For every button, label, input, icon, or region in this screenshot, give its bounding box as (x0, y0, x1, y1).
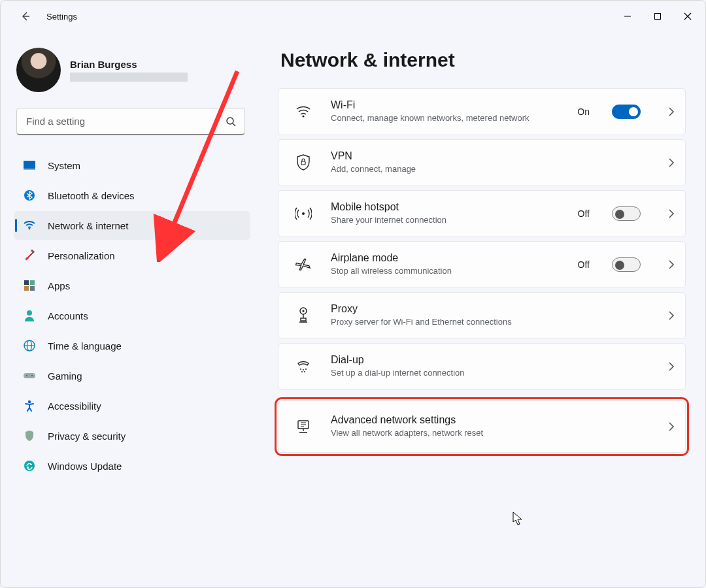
sidebar-item-time-language[interactable]: Time & language (14, 331, 250, 360)
profile[interactable]: Brian Burgess (16, 48, 250, 92)
card-title: Mobile hotspot (331, 201, 557, 213)
airplane-toggle[interactable] (612, 257, 641, 272)
sidebar-item-label: Personalization (48, 250, 115, 261)
globe-clock-icon (23, 340, 36, 351)
svg-point-11 (27, 310, 32, 316)
svg-rect-9 (24, 286, 29, 291)
svg-rect-3 (24, 169, 35, 170)
card-sub: Share your internet connection (331, 214, 557, 226)
svg-rect-10 (30, 286, 35, 291)
window-title: Settings (46, 12, 77, 22)
svg-rect-14 (24, 373, 35, 378)
nav: System Bluetooth & devices Network & int… (12, 151, 250, 480)
sidebar-item-label: System (48, 160, 80, 171)
card-sub: View all network adapters, network reset (331, 427, 647, 439)
card-proxy[interactable]: Proxy Proxy server for Wi-Fi and Etherne… (278, 292, 686, 339)
sidebar-item-windows-update[interactable]: Windows Update (14, 451, 250, 480)
proxy-icon (292, 307, 315, 324)
minimize-button[interactable] (613, 3, 643, 29)
card-advanced-network[interactable]: Advanced network settings View all netwo… (278, 400, 686, 453)
sidebar-item-label: Apps (48, 280, 70, 291)
svg-point-26 (303, 369, 304, 370)
search-input[interactable] (16, 108, 245, 135)
person-icon (23, 310, 36, 321)
close-button[interactable] (673, 3, 703, 29)
profile-name: Brian Burgess (70, 59, 188, 70)
svg-rect-2 (24, 161, 35, 169)
sidebar-item-label: Privacy & security (48, 431, 126, 442)
maximize-icon (654, 12, 662, 20)
chevron-right-icon (668, 310, 675, 321)
card-sub: Proxy server for Wi-Fi and Ethernet conn… (331, 316, 647, 328)
svg-point-16 (31, 375, 33, 376)
sidebar-item-label: Accounts (48, 310, 88, 321)
profile-sub-redacted (70, 73, 188, 82)
card-sub: Stop all wireless communication (331, 265, 557, 277)
sidebar: Brian Burgess System Bluetooth & devices (1, 32, 262, 587)
sidebar-item-label: Gaming (48, 370, 82, 382)
svg-point-28 (301, 371, 303, 372)
sidebar-item-privacy-security[interactable]: Privacy & security (14, 421, 250, 450)
svg-point-27 (305, 368, 307, 370)
hotspot-toggle[interactable] (612, 206, 641, 221)
hotspot-state-label: Off (578, 208, 590, 219)
svg-point-17 (28, 400, 31, 403)
settings-window: Settings Brian Burgess (0, 0, 706, 588)
sidebar-item-gaming[interactable]: Gaming (14, 361, 250, 390)
svg-point-25 (300, 368, 301, 370)
sidebar-item-label: Accessibility (48, 400, 101, 412)
apps-icon (23, 280, 36, 291)
page-title: Network & internet (280, 49, 686, 71)
card-sub: Connect, manage known networks, metered … (331, 112, 556, 124)
sidebar-item-personalization[interactable]: Personalization (14, 241, 250, 270)
sidebar-item-apps[interactable]: Apps (14, 271, 250, 300)
adapter-icon (292, 419, 315, 434)
window-controls (613, 3, 703, 29)
card-airplane-mode[interactable]: Airplane mode Stop all wireless communic… (278, 241, 686, 288)
svg-rect-20 (301, 161, 305, 165)
update-icon (23, 460, 36, 472)
wifi-icon (292, 105, 315, 118)
sidebar-item-accounts[interactable]: Accounts (14, 301, 250, 330)
minimize-icon (624, 12, 631, 20)
airplane-state-label: Off (578, 259, 590, 270)
back-button[interactable] (12, 3, 39, 29)
sidebar-item-label: Bluetooth & devices (48, 190, 135, 201)
wifi-state-label: On (577, 106, 590, 117)
svg-point-19 (302, 115, 304, 117)
sidebar-item-label: Windows Update (48, 461, 122, 472)
cursor-icon (513, 512, 524, 526)
system-icon (23, 161, 36, 170)
search-wrap (16, 108, 245, 135)
shield-icon (23, 430, 36, 442)
sidebar-item-accessibility[interactable]: Accessibility (14, 391, 250, 420)
main: Network & internet Wi-Fi Connect, manage… (262, 32, 705, 587)
card-mobile-hotspot[interactable]: Mobile hotspot Share your internet conne… (278, 190, 686, 237)
svg-rect-7 (24, 280, 29, 285)
airplane-icon (292, 257, 315, 272)
close-icon (684, 12, 692, 20)
card-title: Airplane mode (331, 252, 557, 264)
sidebar-item-bluetooth[interactable]: Bluetooth & devices (14, 181, 250, 210)
card-wifi[interactable]: Wi-Fi Connect, manage known networks, me… (278, 88, 686, 135)
svg-point-15 (26, 375, 27, 376)
wifi-toggle[interactable] (612, 105, 641, 119)
content: Brian Burgess System Bluetooth & devices (1, 32, 705, 587)
sidebar-item-label: Network & internet (48, 220, 128, 231)
sidebar-item-network[interactable]: Network & internet (14, 211, 250, 240)
wifi-icon (23, 221, 36, 230)
card-dial-up[interactable]: Dial-up Set up a dial-up internet connec… (278, 343, 686, 390)
card-title: Wi-Fi (331, 99, 556, 111)
brush-icon (23, 250, 36, 261)
sidebar-item-system[interactable]: System (14, 151, 250, 180)
svg-rect-24 (301, 318, 306, 321)
card-title: VPN (331, 150, 647, 162)
card-vpn[interactable]: VPN Add, connect, manage (278, 139, 686, 186)
chevron-right-icon (668, 259, 675, 270)
svg-point-1 (227, 118, 233, 124)
gamepad-icon (23, 371, 36, 380)
sidebar-item-label: Time & language (48, 340, 122, 351)
accessibility-icon (23, 400, 36, 412)
cards: Wi-Fi Connect, manage known networks, me… (278, 88, 686, 453)
maximize-button[interactable] (643, 3, 673, 29)
